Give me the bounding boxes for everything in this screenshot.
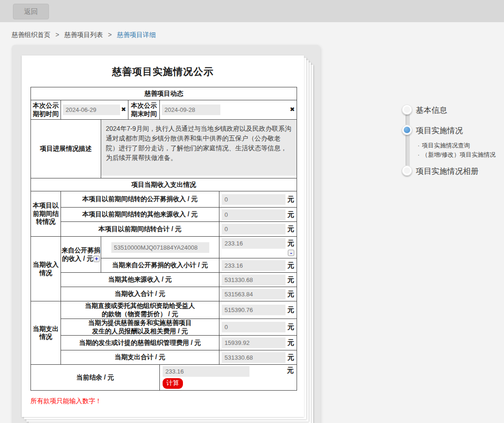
carryover-other-input[interactable] (222, 209, 285, 220)
income-public-subtotal-input[interactable] (222, 260, 285, 271)
top-bar: 返回 (0, 0, 504, 22)
carryover-row-label: 本项目以前期间结转的其他来源收入 / 元 (61, 208, 219, 222)
income-public-amount-input[interactable] (222, 238, 285, 249)
breadcrumb-separator: > (108, 31, 112, 38)
expense-row-label: 当期为提供慈善服务和实施慈善项目 (61, 319, 219, 327)
add-income-row-button[interactable]: + (93, 256, 100, 262)
balance-label: 当前结余 / 元 (31, 365, 160, 391)
step-album[interactable]: 项目实施情况相册 (416, 166, 479, 177)
breadcrumb-project-list-link[interactable]: 慈善项目列表 (64, 31, 103, 38)
unit-label: 元 (287, 323, 294, 331)
income-row-label: 当期收入合计 / 元 (61, 287, 219, 301)
expense-total-input[interactable] (222, 352, 285, 363)
breadcrumb-separator: > (55, 31, 59, 38)
expense-admin-input[interactable] (222, 337, 285, 348)
publication-card: 慈善项目实施情况公示 慈善项目动态 本次公示期初时间 ✖ 本次公示期末时间 (22, 55, 304, 417)
step-circle-implementation-active-icon[interactable] (402, 125, 412, 135)
expense-staff-input[interactable] (222, 322, 285, 332)
substep-implementation-edit[interactable]: ·（新增/修改）项目实施情况 (418, 151, 496, 159)
expense-aid-input[interactable] (222, 305, 285, 315)
income-other-input[interactable] (222, 275, 285, 285)
step-circle-album-icon[interactable] (402, 166, 412, 176)
carryover-row-label: 本项目以前期间结转合计 / 元 (61, 222, 219, 237)
bullet-icon: · (418, 142, 419, 149)
unit-label: 元 (287, 239, 294, 248)
expense-row-label: 当期支出合计 / 元 (61, 350, 219, 365)
carryover-total-input[interactable] (222, 224, 285, 234)
income-group-label: 当期收入情况 (31, 237, 61, 301)
clear-date-icon[interactable]: ✖ (121, 106, 126, 113)
remove-income-row-button[interactable]: - (288, 250, 294, 256)
unit-label: 元 (287, 366, 294, 375)
unit-label: 元 (287, 195, 294, 204)
section-header-income-expense: 项目当期收入支出情况 (31, 178, 297, 191)
income-row-label: 当期其他来源收入 / 元 (61, 273, 219, 287)
step-basic-info[interactable]: 基本信息 (416, 105, 447, 116)
expense-row-label: 当期的发生或计提的慈善组织管理费用 / 元 (61, 336, 219, 350)
period-start-label: 本次公示期初时间 (31, 100, 61, 120)
back-button[interactable]: 返回 (13, 4, 49, 19)
carryover-group-label: 本项目以前期间结转情况 (31, 191, 61, 237)
section-header-project-dynamics: 慈善项目动态 (31, 87, 297, 100)
expense-group-label: 当期支出情况 (31, 301, 61, 365)
carryover-public-input[interactable] (222, 194, 285, 205)
bullet-icon: · (418, 151, 419, 158)
period-start-input[interactable] (63, 104, 120, 115)
income-source-credential-input[interactable] (111, 242, 209, 253)
unit-label: 元 (287, 290, 294, 299)
step-navigation: 基本信息 项目实施情况 ·项目实施情况查询 ·（新增/修改）项目实施情况 项目实… (401, 103, 504, 181)
substep-implementation-query[interactable]: ·项目实施情况查询 (418, 141, 470, 150)
carryover-row-label: 本项目以前期间结转的公开募捐收入 / 元 (61, 191, 219, 208)
expense-row-label: 当期直接或委托其他组织资助给受益人 (61, 302, 219, 310)
publication-form-table: 慈善项目动态 本次公示期初时间 ✖ 本次公示期末时间 ✖ 项目进展情况描述 (30, 87, 297, 391)
step-circle-basic-info-icon[interactable] (402, 104, 412, 115)
unit-label: 元 (287, 353, 294, 362)
balance-input[interactable] (163, 366, 249, 377)
income-total-input[interactable] (222, 289, 285, 300)
expense-row-label: 发生的人员报酬以及相关费用 / 元 (61, 327, 219, 336)
calculate-button[interactable]: 计算 (163, 378, 183, 389)
breadcrumb: 慈善组织首页 > 慈善项目列表 > 慈善项目详细 (12, 31, 156, 39)
period-end-input[interactable] (162, 104, 220, 115)
unit-label: 元 (287, 276, 294, 284)
period-end-label: 本次公示期末时间 (128, 100, 160, 120)
unit-label: 元 (287, 210, 294, 219)
breadcrumb-project-detail-current: 慈善项目详细 (117, 31, 156, 38)
breadcrumb-home-link[interactable]: 慈善组织首页 (12, 31, 50, 38)
progress-description-textarea[interactable]: 2024年7-9月间，执行人员通过与当地乡镇政府以及民政办联系沟通对成都市周边乡… (101, 120, 297, 176)
unit-label: 元 (287, 306, 294, 314)
expense-row-label: 的款物（物资需折价） / 元 (61, 310, 219, 319)
step-implementation[interactable]: 项目实施情况 (416, 125, 463, 136)
page-title: 慈善项目实施情况公示 (22, 65, 304, 78)
clear-date-icon[interactable]: ✖ (290, 106, 295, 113)
unit-label: 元 (287, 261, 294, 270)
numeric-only-warning: 所有款项只能输入数字！ (30, 397, 304, 405)
progress-description-label: 项目进展情况描述 (31, 120, 101, 178)
unit-label: 元 (287, 225, 294, 233)
income-row-label: 当期来自公开募捐的收入小计 / 元 (101, 258, 219, 273)
unit-label: 元 (287, 338, 294, 347)
stepper-track (406, 109, 410, 169)
